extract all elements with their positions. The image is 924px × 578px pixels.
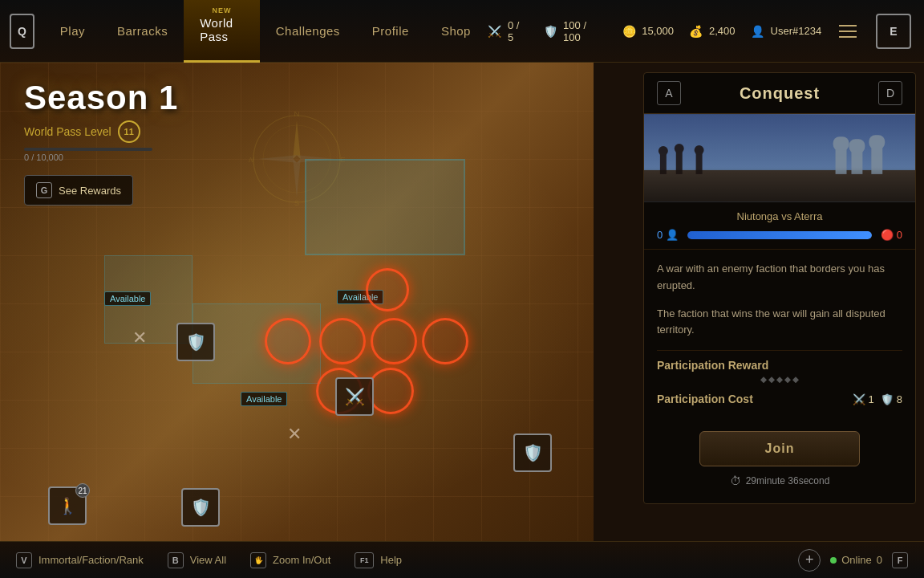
panel-title: Conquest (740, 84, 820, 103)
battle-zone-6[interactable] (367, 368, 414, 414)
ticket-cost-value: 1 (869, 393, 874, 405)
unit-icon-2: ⚔️ (345, 387, 365, 406)
unit-icon-5: 🛡️ (191, 498, 211, 517)
unit-tile-2[interactable]: ⚔️ (335, 377, 374, 416)
online-status: Online 0 (830, 554, 882, 566)
top-navigation: Q Play Barracks World Pass Challenges Pr… (0, 0, 924, 63)
battle-zone-2[interactable] (319, 318, 366, 364)
marker-2: ✕ (287, 424, 302, 445)
ticket-cost-icon: ⚔️ (853, 393, 865, 405)
online-count: 0 (877, 554, 882, 566)
unit-tile-4[interactable]: 🚶 21 (48, 486, 87, 525)
reward-dec-5 (792, 377, 799, 383)
reward-dec-2 (768, 377, 775, 383)
key-g-badge: G (36, 182, 52, 198)
conquest-panel: A Conquest D (643, 72, 916, 504)
key-zoom-badge: 🖐 (250, 552, 266, 568)
faction-label: Immortal/Faction/Rank (38, 554, 144, 566)
see-rewards-label: See Rewards (59, 185, 121, 197)
battle-image-overlay (644, 114, 915, 202)
nav-item-play[interactable]: Play (44, 0, 101, 63)
currency-cost-icon: 🛡️ (881, 393, 894, 405)
xp-bar-background (24, 148, 152, 151)
ticket-icon: ⚔️ (487, 23, 503, 39)
key-f-badge[interactable]: F (892, 552, 908, 568)
match-bar-wrapper: 0 👤 🔴 0 (657, 229, 902, 241)
battle-zone-1[interactable] (265, 318, 311, 364)
nav-item-profile[interactable]: Profile (356, 0, 425, 63)
available-label-3[interactable]: Available (241, 392, 287, 406)
zoom-label: Zoom In/Out (273, 554, 330, 566)
bottom-item-zoom[interactable]: 🖐 Zoom In/Out (250, 552, 330, 568)
reward-dec-4 (784, 377, 791, 383)
timer-icon: ⏱ (730, 474, 741, 487)
panel-nav-right[interactable]: D (878, 81, 902, 105)
reward-dec-3 (776, 377, 783, 383)
participation-cost-row: Participation Cost ⚔️ 1 🛡️ 8 (657, 393, 902, 405)
available-label-1[interactable]: Available (104, 291, 151, 306)
unit-tile-3[interactable]: 🛡️ (513, 434, 552, 472)
stat-currency3: 💰 2,400 (688, 23, 736, 39)
season-info: Season 1 World Pass Level 11 0 / 10,000 (24, 79, 178, 162)
unit-tile-5[interactable]: 🛡️ (181, 488, 220, 527)
panel-description-line1: A war with an enemy faction that borders… (657, 261, 902, 295)
stat-currency1: 🛡️ 100 / 100 (542, 19, 606, 43)
divider-1 (657, 350, 902, 351)
season-title: Season 1 (24, 79, 178, 117)
bottom-item-help[interactable]: F1 Help (355, 552, 402, 568)
panel-header: A Conquest D (644, 73, 915, 114)
world-pass-level: World Pass Level 11 (24, 120, 178, 143)
key-e-button[interactable]: E (876, 14, 911, 49)
battle-image (644, 114, 915, 202)
panel-nav-left[interactable]: A (657, 81, 681, 105)
battle-zone-selected[interactable] (366, 268, 409, 311)
bottom-item-faction[interactable]: V Immortal/Faction/Rank (16, 552, 144, 568)
participation-cost-label: Participation Cost (657, 393, 753, 405)
see-rewards-button[interactable]: G See Rewards (24, 175, 133, 206)
xp-bar-container: 0 / 10,000 (24, 148, 152, 162)
map-area[interactable]: N S W E Available Available Available ✕ … (0, 63, 594, 541)
join-button[interactable]: Join (699, 431, 860, 466)
currency2-icon: 🪙 (621, 23, 637, 39)
nav-item-world-pass[interactable]: World Pass (184, 0, 260, 63)
match-progress-bar (687, 231, 872, 239)
nav-left: Q Play Barracks World Pass Challenges Pr… (0, 0, 487, 63)
reward-dec-1 (760, 377, 767, 383)
unit-count-4: 21 (75, 483, 90, 498)
panel-body: A war with an enemy faction that borders… (644, 250, 915, 417)
nav-right: ⚔️ 0 / 5 🛡️ 100 / 100 🪙 15,000 💰 2,400 👤… (487, 14, 924, 49)
key-f1-badge: F1 (355, 552, 374, 568)
timer-label: 29minute 36second (746, 475, 830, 486)
match-bar-section: Niutonga vs Aterra 0 👤 🔴 0 (644, 202, 915, 250)
help-label: Help (380, 554, 402, 566)
menu-button[interactable] (836, 18, 861, 44)
view-all-label: View All (190, 554, 226, 566)
cost-currency-item: 🛡️ 8 (881, 393, 902, 405)
stat-username: 👤 User#1234 (750, 23, 822, 39)
participation-reward-label: Participation Reward (657, 359, 902, 372)
score-left: 0 👤 (657, 229, 681, 241)
add-button[interactable]: + (798, 549, 821, 572)
reward-decoration (657, 377, 902, 383)
stat-currency2: 🪙 15,000 (621, 23, 674, 39)
bottom-item-view-all[interactable]: B View All (168, 552, 226, 568)
online-dot (830, 557, 837, 564)
timer-row: ⏱ 29minute 36second (644, 474, 915, 487)
score-right: 🔴 0 (878, 229, 902, 241)
battle-zone-4[interactable] (422, 318, 468, 364)
nav-item-shop[interactable]: Shop (425, 0, 487, 63)
online-label: Online (841, 554, 872, 566)
unit-tile-1[interactable]: 🛡️ (176, 323, 215, 361)
level-badge: 11 (118, 120, 140, 143)
territory-north (305, 159, 465, 255)
nav-item-challenges[interactable]: Challenges (260, 0, 356, 63)
nav-item-barracks[interactable]: Barracks (101, 0, 184, 63)
key-q-button[interactable]: Q (10, 14, 34, 49)
panel-description-line2: The faction that wins the war will gain … (657, 306, 902, 340)
currency-cost-value: 8 (897, 393, 902, 405)
match-title: Niutonga vs Aterra (657, 210, 902, 222)
key-b-badge: B (168, 552, 184, 568)
battle-zone-3[interactable] (371, 318, 417, 364)
currency1-icon: 🛡️ (542, 23, 558, 39)
unit-icon-1: 🛡️ (186, 332, 206, 352)
